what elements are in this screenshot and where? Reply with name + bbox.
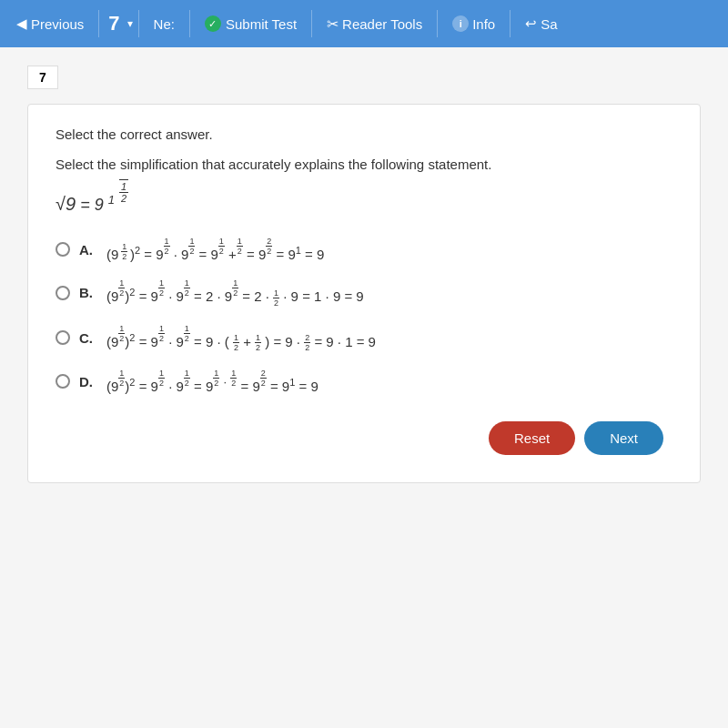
previous-button[interactable]: ◀ Previous	[7, 10, 93, 37]
option-c-row: C. (912)2 = 912 · 912 = 9 · ( 12 + 12 ) …	[56, 324, 672, 353]
save-label: Sa	[541, 16, 557, 32]
option-d-radio[interactable]	[56, 374, 70, 389]
instruction-text: Select the correct answer.	[56, 126, 672, 142]
question-number-label: 7	[27, 66, 58, 89]
math-statement: √9 = 9 1 1 2	[56, 181, 672, 215]
question-number-text: 7	[39, 70, 46, 85]
save-arrow-icon: ↩	[525, 15, 537, 32]
next-nav-button[interactable]: Ne:	[145, 11, 184, 37]
info-label: Info	[472, 16, 495, 32]
nav-divider-3	[189, 10, 190, 37]
option-a-content: (9 1 2 )2 = 912 · 912 = 912 +12 = 922 = …	[106, 237, 324, 262]
nav-bar: ◀ Previous 7 ▾ Ne: ✓ Submit Test ✂ Reade…	[0, 0, 728, 47]
reader-tools-icon: ✂	[327, 15, 339, 33]
nav-divider-5	[437, 10, 438, 37]
option-b-radio[interactable]	[56, 286, 70, 300]
nav-divider-4	[311, 10, 312, 37]
submit-test-button[interactable]: ✓ Submit Test	[196, 10, 306, 37]
question-text: Select the simplification that accuratel…	[56, 157, 672, 172]
option-d-label: D.	[79, 374, 97, 389]
info-button[interactable]: i Info	[443, 10, 504, 37]
option-c-label: C.	[79, 330, 97, 346]
content-area: 7 Select the correct answer. Select the …	[0, 47, 728, 728]
reader-tools-button[interactable]: ✂ Reader Tools	[318, 10, 431, 38]
option-b-content: (912)2 = 912 · 912 = 2 · 912 = 2 · 12 · …	[106, 278, 364, 308]
reader-tools-label: Reader Tools	[342, 16, 422, 32]
option-c-radio[interactable]	[56, 330, 70, 345]
reset-button[interactable]: Reset	[489, 421, 575, 455]
submit-check-icon: ✓	[205, 15, 221, 32]
sqrt-symbol: √9	[56, 194, 76, 214]
question-number-display: 7	[105, 12, 123, 35]
nav-divider-1	[98, 10, 99, 37]
nav-divider-2	[138, 10, 139, 37]
save-button[interactable]: ↩ Sa	[516, 10, 566, 37]
action-buttons: Reset Next	[56, 421, 672, 455]
option-c-content: (912)2 = 912 · 912 = 9 · ( 12 + 12 ) = 9…	[106, 324, 376, 353]
option-b-row: B. (912)2 = 912 · 912 = 2 · 912 = 2 · 12…	[56, 278, 672, 308]
option-a-row: A. (9 1 2 )2 = 912 · 912 = 912 +12 = 922	[56, 237, 672, 262]
next-button[interactable]: Next	[584, 421, 663, 455]
nav-divider-6	[510, 10, 511, 37]
next-nav-label: Ne:	[154, 16, 175, 32]
option-d-row: D. (912)2 = 912 · 912 = 912 · 12 = 922 =…	[56, 369, 672, 394]
option-b-label: B.	[79, 285, 97, 300]
option-a-radio[interactable]	[56, 242, 70, 257]
info-circle-icon: i	[452, 15, 469, 32]
question-card: Select the correct answer. Select the si…	[27, 104, 701, 483]
option-a-label: A.	[79, 242, 97, 258]
chevron-down-icon[interactable]: ▾	[127, 17, 133, 30]
option-d-content: (912)2 = 912 · 912 = 912 · 12 = 922 = 91…	[106, 369, 318, 394]
previous-arrow-icon: ◀	[16, 15, 27, 32]
previous-label: Previous	[31, 16, 84, 32]
options-list: A. (9 1 2 )2 = 912 · 912 = 912 +12 = 922	[56, 237, 672, 394]
submit-label: Submit Test	[226, 16, 297, 32]
